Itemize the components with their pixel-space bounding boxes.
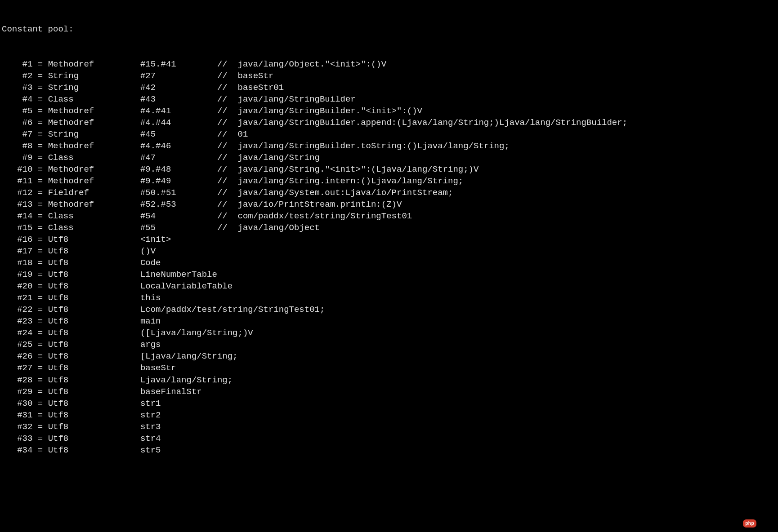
entry-ref: baseStr: [140, 363, 217, 373]
entry-kind: Methodref: [48, 59, 140, 69]
entry-ref: args: [140, 340, 217, 350]
entry-kind: Methodref: [48, 106, 140, 116]
entry-kind: Utf8: [48, 293, 140, 303]
constant-pool-entry: #8 = Methodref #4.#46 // java/lang/Strin…: [2, 140, 776, 152]
constant-pool-entry: #14 = Class #54 // com/paddx/test/string…: [2, 210, 776, 222]
comment-prefix: //: [217, 153, 238, 163]
entry-kind: Utf8: [48, 235, 140, 244]
entry-ref: Ljava/lang/String;: [140, 375, 233, 385]
entry-ref: baseFinalStr: [140, 387, 217, 397]
entry-index: #17: [2, 246, 32, 256]
entry-kind: String: [48, 129, 140, 139]
entry-ref: LineNumberTable: [140, 270, 217, 279]
comment-prefix: //: [217, 106, 238, 116]
entry-kind: Utf8: [48, 328, 140, 338]
entry-ref: #43: [140, 94, 217, 104]
constant-pool-entry: #31 = Utf8 str2: [2, 409, 776, 421]
equals-separator: =: [32, 340, 48, 350]
equals-separator: =: [32, 422, 48, 432]
equals-separator: =: [32, 316, 48, 326]
constant-pool-entry: #28 = Utf8 Ljava/lang/String;: [2, 374, 776, 386]
constant-pool-entry: #2 = String #27 // baseStr: [2, 70, 776, 82]
equals-separator: =: [32, 106, 48, 116]
equals-separator: =: [32, 235, 48, 244]
entry-index: #22: [2, 305, 32, 315]
constant-pool-entry: #1 = Methodref #15.#41 // java/lang/Obje…: [2, 58, 776, 70]
entry-index: #4: [2, 94, 32, 104]
entry-index: #20: [2, 281, 32, 291]
constant-pool-entry: #26 = Utf8 [Ljava/lang/String;: [2, 350, 776, 362]
entry-ref: str5: [140, 445, 217, 455]
equals-separator: =: [32, 188, 48, 198]
entry-index: #16: [2, 235, 32, 244]
equals-separator: =: [32, 94, 48, 104]
equals-separator: =: [32, 211, 48, 221]
entry-kind: String: [48, 83, 140, 93]
entry-kind: Class: [48, 223, 140, 233]
entry-kind: Class: [48, 211, 140, 221]
entry-comment: java/lang/Object: [238, 223, 320, 233]
equals-separator: =: [32, 293, 48, 303]
entry-index: #27: [2, 363, 32, 373]
entry-kind: Utf8: [48, 399, 140, 408]
entry-comment: baseStr01: [238, 83, 284, 93]
entry-index: #12: [2, 188, 32, 198]
entry-ref: #9.#48: [140, 164, 217, 174]
entry-ref: [Ljava/lang/String;: [140, 351, 238, 361]
entry-ref: #47: [140, 153, 217, 163]
equals-separator: =: [32, 71, 48, 81]
entry-comment: java/lang/String: [238, 153, 320, 163]
entry-index: #1: [2, 59, 32, 69]
entry-ref: str2: [140, 410, 217, 420]
constant-pool-entry: #11 = Methodref #9.#49 // java/lang/Stri…: [2, 175, 776, 187]
entry-index: #11: [2, 176, 32, 186]
equals-separator: =: [32, 59, 48, 69]
equals-separator: =: [32, 445, 48, 455]
entry-ref: main: [140, 316, 217, 326]
entry-index: #31: [2, 410, 32, 420]
equals-separator: =: [32, 118, 48, 128]
equals-separator: =: [32, 153, 48, 163]
entry-comment: com/paddx/test/string/StringTest01: [238, 211, 412, 221]
constant-pool-entry: #3 = String #42 // baseStr01: [2, 82, 776, 93]
entry-index: #19: [2, 270, 32, 279]
constant-pool-entry: #22 = Utf8 Lcom/paddx/test/string/String…: [2, 304, 776, 315]
comment-prefix: //: [217, 188, 238, 198]
entry-ref: <init>: [140, 235, 217, 244]
entry-comment: java/lang/System.out:Ljava/io/PrintStrea…: [238, 188, 453, 198]
entry-index: #30: [2, 399, 32, 408]
equals-separator: =: [32, 375, 48, 385]
entry-comment: 01: [238, 129, 248, 139]
constant-pool-entry: #20 = Utf8 LocalVariableTable: [2, 280, 776, 292]
entry-ref: #54: [140, 211, 217, 221]
equals-separator: =: [32, 270, 48, 279]
entry-ref: str1: [140, 399, 217, 408]
comment-prefix: //: [217, 223, 238, 233]
entry-kind: Methodref: [48, 118, 140, 128]
entry-kind: String: [48, 71, 140, 81]
comment-prefix: //: [217, 141, 238, 151]
entry-ref: #9.#49: [140, 176, 217, 186]
equals-separator: =: [32, 129, 48, 139]
entry-index: #21: [2, 293, 32, 303]
entry-kind: Fieldref: [48, 188, 140, 198]
entry-kind: Methodref: [48, 164, 140, 174]
entry-index: #34: [2, 445, 32, 455]
entry-comment: java/lang/StringBuilder."<init>":()V: [238, 106, 422, 116]
equals-separator: =: [32, 328, 48, 338]
equals-separator: =: [32, 258, 48, 268]
entry-index: #23: [2, 316, 32, 326]
constant-pool-entry: #13 = Methodref #52.#53 // java/io/Print…: [2, 199, 776, 210]
entry-ref: #52.#53: [140, 200, 217, 209]
entry-index: #10: [2, 164, 32, 174]
entry-ref: #15.#41: [140, 59, 217, 69]
comment-prefix: //: [217, 94, 238, 104]
entry-kind: Utf8: [48, 422, 140, 432]
comment-prefix: //: [217, 176, 238, 186]
constant-pool-entry: #30 = Utf8 str1: [2, 398, 776, 409]
constant-pool-entry: #19 = Utf8 LineNumberTable: [2, 269, 776, 280]
entry-comment: java/lang/StringBuilder.append:(Ljava/la…: [238, 118, 628, 128]
entry-ref: #4.#41: [140, 106, 217, 116]
comment-prefix: //: [217, 200, 238, 209]
constant-pool-entry: #25 = Utf8 args: [2, 339, 776, 350]
